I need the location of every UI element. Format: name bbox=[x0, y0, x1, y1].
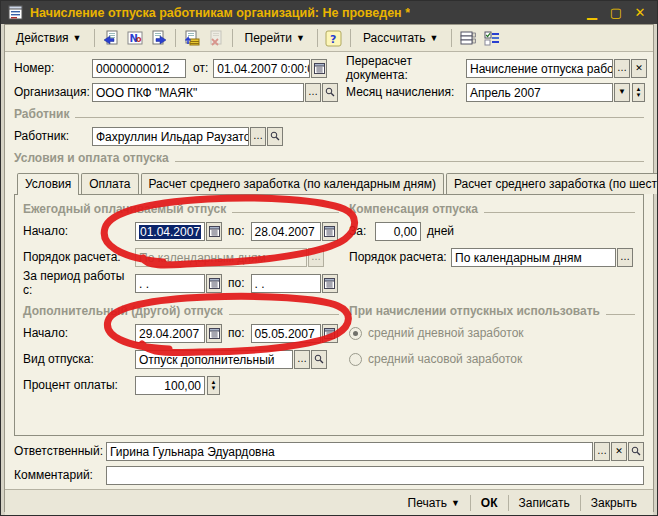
vacation-type-input[interactable]: Отпуск дополнительный bbox=[135, 350, 293, 369]
calendar-button[interactable] bbox=[206, 274, 222, 293]
vacation-type-open-button[interactable] bbox=[311, 350, 327, 369]
calendar-button[interactable] bbox=[311, 59, 327, 78]
checkbox-settings-button[interactable] bbox=[481, 27, 503, 49]
annual-order-choose-button[interactable]: … bbox=[308, 248, 324, 267]
annual-start-label: Начало: bbox=[23, 224, 135, 238]
calendar-icon bbox=[324, 328, 335, 339]
conditions-tab-panel: Ежегодный оплачиваемый отпуск Начало: 01… bbox=[14, 194, 644, 436]
calendar-button[interactable] bbox=[206, 222, 222, 241]
calendar-icon bbox=[209, 278, 220, 289]
worker-choose-button[interactable]: … bbox=[250, 127, 266, 146]
save-button[interactable]: Записать bbox=[509, 493, 580, 513]
organization-open-button[interactable] bbox=[322, 83, 338, 102]
svg-text:о: о bbox=[136, 35, 142, 44]
document-arrow-left-icon bbox=[103, 30, 119, 46]
close-button[interactable]: Закрыть bbox=[581, 493, 647, 513]
group-rule bbox=[484, 212, 635, 213]
accrual-month-spinner[interactable]: ▲▼ bbox=[632, 83, 645, 102]
toolbar-separator bbox=[232, 29, 233, 47]
tab-conditions[interactable]: Условия bbox=[17, 173, 79, 195]
recalc-choose-button[interactable]: … bbox=[614, 59, 630, 78]
annual-period-from-input[interactable]: . . bbox=[135, 274, 205, 293]
comment-input[interactable] bbox=[106, 466, 644, 485]
vacation-type-choose-button[interactable]: … bbox=[294, 350, 310, 369]
calculate-button[interactable]: Рассчитать ▼ bbox=[356, 28, 446, 48]
close-icon[interactable]: ✕ bbox=[630, 4, 650, 21]
list-rows-button[interactable] bbox=[457, 27, 479, 49]
payment-percent-input[interactable]: 100,00 bbox=[135, 376, 205, 395]
ok-button[interactable]: ОК bbox=[471, 493, 508, 513]
number-input[interactable]: 00000000012 bbox=[92, 59, 186, 78]
actions-button-label: Действия bbox=[16, 31, 69, 45]
post-document-icon bbox=[184, 30, 200, 46]
compensation-group-header: Компенсация отпуска bbox=[349, 201, 635, 216]
recalc-clear-button[interactable]: ✕ bbox=[631, 59, 647, 78]
annual-period-to-input[interactable]: . . bbox=[251, 274, 321, 293]
annual-period-label: За период работы с: bbox=[23, 269, 135, 297]
minimize-icon[interactable]: ▁ bbox=[582, 4, 602, 21]
conditions-group-title: Условия и оплата отпуска bbox=[14, 151, 169, 165]
radio-selected-icon bbox=[349, 327, 362, 340]
compensation-order-choose-button[interactable]: … bbox=[617, 248, 633, 267]
compensation-days-input[interactable]: 0,00 bbox=[375, 222, 421, 241]
annual-period-to-label: по: bbox=[228, 276, 245, 290]
radio-hourly-earnings[interactable]: средний часовой заработок bbox=[349, 349, 635, 369]
number-icon: N о bbox=[127, 30, 143, 46]
worker-group-header: Работник bbox=[14, 106, 644, 121]
compensation-days-suffix: дней bbox=[427, 224, 454, 238]
tab-average-sixday[interactable]: Расчет среднего заработка (по шестидневк… bbox=[446, 173, 658, 194]
group-rule bbox=[175, 161, 644, 162]
print-button-label: Печать bbox=[408, 496, 447, 510]
calendar-button[interactable] bbox=[322, 324, 338, 343]
toolbar-separator bbox=[451, 29, 452, 47]
maximize-icon[interactable]: ▢ bbox=[606, 4, 626, 21]
additional-end-input[interactable]: 05.05.2007 bbox=[251, 324, 321, 343]
window-frame: Действия ▼ N о bbox=[1, 24, 657, 515]
responsible-open-button[interactable] bbox=[628, 442, 644, 461]
title-bar: Начисление отпуска работникам организаци… bbox=[1, 1, 657, 24]
annual-start-input[interactable]: 01.04.2007 bbox=[135, 222, 205, 241]
worker-open-button[interactable] bbox=[267, 127, 283, 146]
document-window-icon bbox=[8, 5, 24, 20]
unpost-document-icon bbox=[208, 30, 224, 46]
conditions-group-header: Условия и оплата отпуска bbox=[14, 150, 644, 165]
document-movements-button[interactable] bbox=[148, 27, 170, 49]
payment-percent-spinner[interactable]: ▲▼ bbox=[207, 376, 220, 395]
magnifier-icon bbox=[631, 446, 641, 456]
print-button[interactable]: Печать ▼ bbox=[398, 493, 470, 513]
document-form: Номер: 00000000012 от: 01.04.2007 0:00:0… bbox=[5, 52, 653, 489]
calendar-button[interactable] bbox=[322, 222, 338, 241]
responsible-clear-button[interactable]: ✕ bbox=[611, 442, 627, 461]
responsible-input[interactable]: Гирина Гульнара Эдуардовна bbox=[106, 442, 593, 461]
accrual-month-input[interactable]: Апрель 2007 bbox=[466, 83, 613, 102]
set-number-button[interactable]: N о bbox=[124, 27, 146, 49]
calendar-button[interactable] bbox=[206, 324, 222, 343]
compensation-order-input[interactable]: По календарным дням bbox=[451, 248, 616, 267]
document-arrow-left-button[interactable] bbox=[100, 27, 122, 49]
recalc-document-input[interactable]: Начисление отпуска работни bbox=[466, 59, 613, 78]
actions-button[interactable]: Действия ▼ bbox=[9, 28, 89, 48]
additional-start-input[interactable]: 29.04.2007 bbox=[135, 324, 205, 343]
tab-average-calendar[interactable]: Расчет среднего заработка (по календарны… bbox=[141, 173, 444, 194]
annual-end-input[interactable]: 28.04.2007 bbox=[251, 222, 321, 241]
radio-daily-earnings[interactable]: средний дневной заработок bbox=[349, 323, 635, 343]
calendar-button[interactable] bbox=[322, 274, 338, 293]
radio-unselected-icon bbox=[349, 353, 362, 366]
help-button[interactable]: ? bbox=[323, 27, 345, 49]
responsible-label: Ответственный: bbox=[14, 444, 106, 458]
magnifier-icon bbox=[325, 87, 335, 97]
unpost-document-button[interactable] bbox=[205, 27, 227, 49]
toolbar-separator bbox=[175, 29, 176, 47]
annual-vacation-group-header: Ежегодный оплачиваемый отпуск bbox=[23, 201, 339, 216]
accrual-month-dropdown-button[interactable]: ▼ bbox=[614, 83, 630, 102]
group-rule bbox=[232, 212, 339, 213]
document-date-input[interactable]: 01.04.2007 0:00:00 bbox=[213, 59, 310, 78]
post-document-button[interactable] bbox=[181, 27, 203, 49]
responsible-choose-button[interactable]: … bbox=[594, 442, 610, 461]
organization-input[interactable]: ООО ПКФ "МАЯК" bbox=[92, 83, 304, 102]
organization-choose-button[interactable]: … bbox=[305, 83, 321, 102]
worker-input[interactable]: Фахруллин Ильдар Раузатович bbox=[92, 127, 249, 146]
goto-button[interactable]: Перейти ▼ bbox=[238, 28, 312, 48]
tab-payment[interactable]: Оплата bbox=[81, 173, 138, 194]
chevron-down-icon: ▼ bbox=[430, 33, 439, 43]
